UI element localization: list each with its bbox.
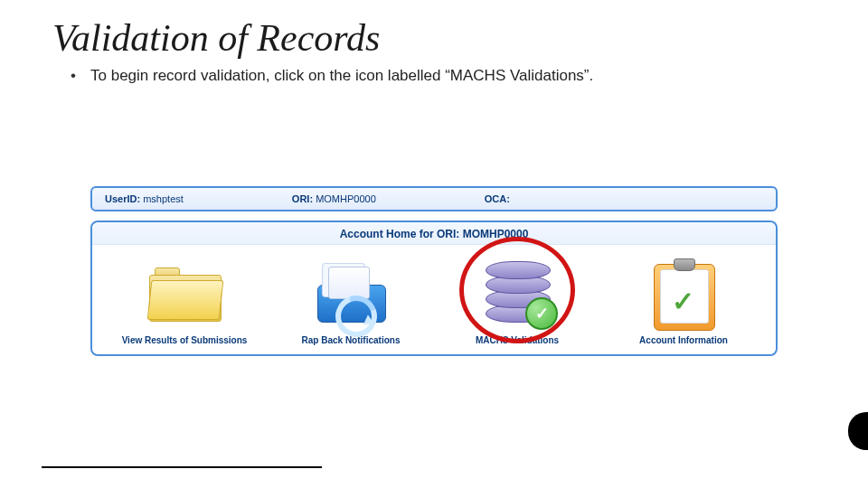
account-info-label: Account Information	[639, 335, 728, 345]
clipboard-check-icon: ✓	[642, 258, 725, 330]
tray-refresh-icon	[309, 258, 392, 330]
view-results-label: View Results of Submissions	[122, 335, 248, 345]
info-bar: UserID: mshptest ORI: MOMHP0000 OCA:	[90, 186, 778, 211]
bullet-item: To begin record validation, click on the…	[71, 67, 868, 85]
app-screenshot: UserID: mshptest ORI: MOMHP0000 OCA: Acc…	[90, 186, 778, 356]
user-id-label: UserID:	[105, 193, 140, 204]
ori-value: MOMHP0000	[316, 193, 376, 204]
bullet-list: To begin record validation, click on the…	[71, 67, 868, 85]
user-id-value: mshptest	[143, 193, 184, 204]
account-info-launcher[interactable]: ✓ Account Information	[616, 258, 751, 345]
folder-icon	[143, 258, 226, 330]
ori-label: ORI:	[292, 193, 313, 204]
footer-rule	[42, 466, 322, 468]
oca-label: OCA:	[485, 193, 510, 204]
oca-pair: OCA:	[485, 193, 510, 204]
user-id-pair: UserID: mshptest	[105, 193, 184, 204]
account-home-card: Account Home for ORI: MOMHP0000 View Res…	[90, 221, 778, 356]
view-results-launcher[interactable]: View Results of Submissions	[117, 258, 252, 345]
checkmark-icon: ✓	[525, 297, 558, 330]
ori-pair: ORI: MOMHP0000	[292, 193, 376, 204]
card-title: Account Home for ORI: MOMHP0000	[92, 222, 776, 245]
corner-decoration	[848, 412, 868, 450]
machs-validations-launcher[interactable]: ✓ MACHS Validations	[449, 258, 585, 345]
rap-back-launcher[interactable]: Rap Back Notifications	[283, 258, 419, 345]
database-check-icon: ✓	[476, 258, 559, 330]
slide-title: Validation of Records	[52, 16, 868, 60]
launcher-row: View Results of Submissions Rap Back Not…	[92, 245, 776, 354]
machs-validations-label: MACHS Validations	[476, 335, 559, 345]
